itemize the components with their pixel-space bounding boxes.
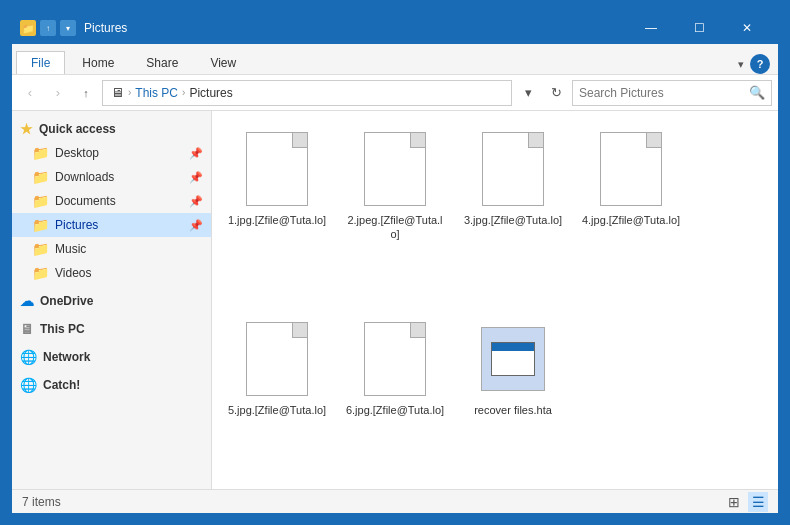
catch-section: 🌐 Catch! xyxy=(12,373,211,397)
tab-file[interactable]: File xyxy=(16,51,65,74)
close-button[interactable]: ✕ xyxy=(724,12,770,44)
forward-button[interactable]: › xyxy=(46,81,70,105)
file-icon-2 xyxy=(473,129,553,209)
dropdown-path-button[interactable]: ▾ xyxy=(516,81,540,105)
star-icon: ★ xyxy=(20,121,33,137)
path-computer-icon: 🖥 xyxy=(111,85,124,100)
view-controls: ⊞ ☰ xyxy=(724,492,768,512)
thispc-header[interactable]: 🖥 This PC xyxy=(12,317,211,341)
status-bar: 7 items ⊞ ☰ xyxy=(12,489,778,513)
list-item[interactable]: 5.jpg.[Zfile@Tuta.lo] xyxy=(222,311,332,479)
list-item[interactable]: recover files.hta xyxy=(458,311,568,479)
ribbon-tabs: File Home Share View ▾ ? xyxy=(12,44,778,74)
folder-icon-downloads: 📁 xyxy=(32,169,49,185)
file-label-5: 6.jpg.[Zfile@Tuta.lo] xyxy=(346,403,444,417)
sidebar-item-music[interactable]: 📁 Music xyxy=(12,237,211,261)
sidebar-item-pictures[interactable]: 📁 Pictures 📌 xyxy=(12,213,211,237)
search-input[interactable] xyxy=(579,86,749,100)
sidebar-item-videos-label: Videos xyxy=(55,266,91,280)
address-path[interactable]: 🖥 › This PC › Pictures xyxy=(102,80,512,106)
path-segment-pictures[interactable]: Pictures xyxy=(189,86,232,100)
thispc-icon: 🖥 xyxy=(20,321,34,337)
back-button[interactable]: ‹ xyxy=(18,81,42,105)
thispc-section: 🖥 This PC xyxy=(12,317,211,341)
folder-icon-pictures: 📁 xyxy=(32,217,49,233)
catch-header[interactable]: 🌐 Catch! xyxy=(12,373,211,397)
up-button[interactable]: ↑ xyxy=(74,81,98,105)
quick-access-icon: ↑ xyxy=(40,20,56,36)
detail-view-button[interactable]: ☰ xyxy=(748,492,768,512)
maximize-button[interactable]: ☐ xyxy=(676,12,722,44)
catch-icon: 🌐 xyxy=(20,377,37,393)
sidebar-item-documents[interactable]: 📁 Documents 📌 xyxy=(12,189,211,213)
sidebar-item-pictures-label: Pictures xyxy=(55,218,98,232)
title-bar-icons: 📁 ↑ ▾ xyxy=(20,20,76,36)
list-item[interactable]: 6.jpg.[Zfile@Tuta.lo] xyxy=(340,311,450,479)
grid-view-button[interactable]: ⊞ xyxy=(724,492,744,512)
quick-access-header[interactable]: ★ Quick access xyxy=(12,117,211,141)
file-icon-5 xyxy=(355,319,435,399)
search-box[interactable]: 🔍 xyxy=(572,80,772,106)
folder-icon-small: 📁 xyxy=(20,20,36,36)
address-bar: ‹ › ↑ 🖥 › This PC › Pictures ▾ ↻ 🔍 xyxy=(12,75,778,111)
dropdown-arrow-icon: ▾ xyxy=(60,20,76,36)
window-controls: — ☐ ✕ xyxy=(628,12,770,44)
window-title: Pictures xyxy=(84,21,628,35)
explorer-window: 📁 ↑ ▾ Pictures — ☐ ✕ File Home Share Vie… xyxy=(10,10,780,515)
file-label-4: 5.jpg.[Zfile@Tuta.lo] xyxy=(228,403,326,417)
pin-icon-desktop: 📌 xyxy=(189,147,203,160)
minimize-button[interactable]: — xyxy=(628,12,674,44)
network-icon: 🌐 xyxy=(20,349,37,365)
network-label: Network xyxy=(43,350,90,364)
catch-label: Catch! xyxy=(43,378,80,392)
tab-share[interactable]: Share xyxy=(131,51,193,74)
file-label-hta: recover files.hta xyxy=(474,403,552,417)
quick-access-section: ★ Quick access 📁 Desktop 📌 📁 Downloads 📌… xyxy=(12,117,211,285)
help-button[interactable]: ? xyxy=(750,54,770,74)
pin-icon-downloads: 📌 xyxy=(189,171,203,184)
folder-icon-music: 📁 xyxy=(32,241,49,257)
item-count: 7 items xyxy=(22,495,61,509)
list-item[interactable]: 4.jpg.[Zfile@Tuta.lo] xyxy=(576,121,686,303)
file-icon-hta xyxy=(473,319,553,399)
quick-access-label: Quick access xyxy=(39,122,116,136)
list-item[interactable]: 2.jpeg.[Zfile@Tuta.lo] xyxy=(340,121,450,303)
folder-icon-desktop: 📁 xyxy=(32,145,49,161)
tab-home[interactable]: Home xyxy=(67,51,129,74)
path-segment-thispc[interactable]: This PC xyxy=(135,86,178,100)
main-content: ★ Quick access 📁 Desktop 📌 📁 Downloads 📌… xyxy=(12,111,778,489)
file-label-0: 1.jpg.[Zfile@Tuta.lo] xyxy=(228,213,326,227)
network-section: 🌐 Network xyxy=(12,345,211,369)
list-item[interactable]: 1.jpg.[Zfile@Tuta.lo] xyxy=(222,121,332,303)
file-icon-0 xyxy=(237,129,317,209)
onedrive-icon: ☁ xyxy=(20,293,34,309)
file-icon-1 xyxy=(355,129,435,209)
file-label-2: 3.jpg.[Zfile@Tuta.lo] xyxy=(464,213,562,227)
file-area: 1.jpg.[Zfile@Tuta.lo] 2.jpeg.[Zfile@Tuta… xyxy=(212,111,778,489)
onedrive-section: ☁ OneDrive xyxy=(12,289,211,313)
pin-icon-documents: 📌 xyxy=(189,195,203,208)
onedrive-header[interactable]: ☁ OneDrive xyxy=(12,289,211,313)
ribbon-collapse-button[interactable]: ▾ xyxy=(738,58,744,71)
sidebar-item-desktop[interactable]: 📁 Desktop 📌 xyxy=(12,141,211,165)
folder-icon-documents: 📁 xyxy=(32,193,49,209)
title-bar: 📁 ↑ ▾ Pictures — ☐ ✕ xyxy=(12,12,778,44)
pin-icon-pictures: 📌 xyxy=(189,219,203,232)
sidebar-item-downloads[interactable]: 📁 Downloads 📌 xyxy=(12,165,211,189)
file-icon-3 xyxy=(591,129,671,209)
folder-icon-videos: 📁 xyxy=(32,265,49,281)
ribbon: File Home Share View ▾ ? xyxy=(12,44,778,75)
list-item[interactable]: 3.jpg.[Zfile@Tuta.lo] xyxy=(458,121,568,303)
thispc-label: This PC xyxy=(40,322,85,336)
tab-view[interactable]: View xyxy=(195,51,251,74)
onedrive-label: OneDrive xyxy=(40,294,93,308)
network-header[interactable]: 🌐 Network xyxy=(12,345,211,369)
file-label-1: 2.jpeg.[Zfile@Tuta.lo] xyxy=(344,213,446,242)
file-label-3: 4.jpg.[Zfile@Tuta.lo] xyxy=(582,213,680,227)
sidebar: ★ Quick access 📁 Desktop 📌 📁 Downloads 📌… xyxy=(12,111,212,489)
sidebar-item-downloads-label: Downloads xyxy=(55,170,114,184)
refresh-button[interactable]: ↻ xyxy=(544,81,568,105)
sidebar-item-videos[interactable]: 📁 Videos xyxy=(12,261,211,285)
sidebar-item-music-label: Music xyxy=(55,242,86,256)
file-icon-4 xyxy=(237,319,317,399)
